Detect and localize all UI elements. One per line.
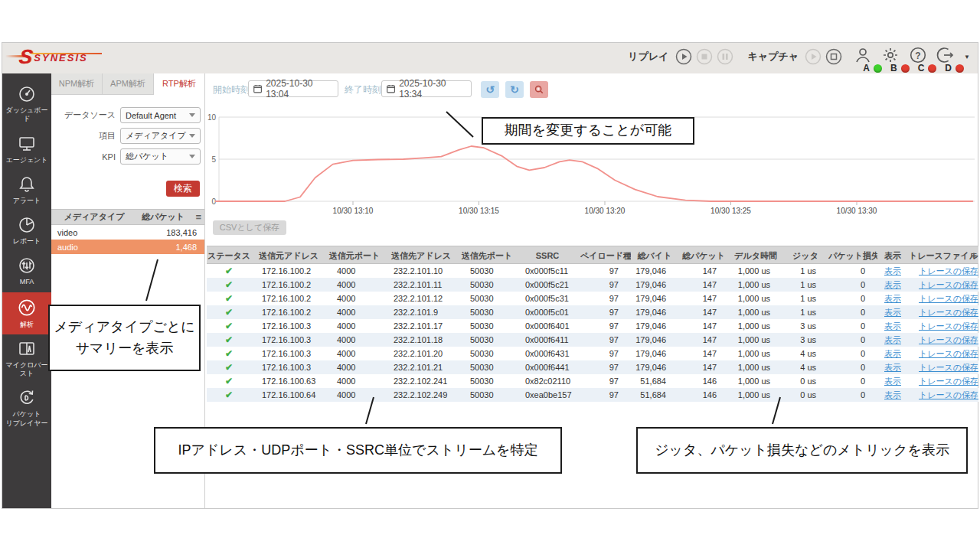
save-trace-link[interactable]: トレースの保存: [919, 363, 978, 372]
status-ok-icon: ✔: [225, 293, 233, 304]
analysis-tabs: NPM解析 APM解析 RTP解析: [51, 73, 204, 95]
sidebar-item-dashboard[interactable]: ダッシュボード: [2, 80, 51, 129]
summary-row-video[interactable]: video 183,416: [51, 225, 204, 240]
view-link[interactable]: 表示: [884, 377, 901, 386]
caret-down-icon[interactable]: ▼: [964, 54, 970, 60]
table-cell: 97: [580, 374, 631, 388]
view-link[interactable]: 表示: [884, 363, 901, 372]
table-row[interactable]: ✔172.16.100.24000232.2.101.12500300x000f…: [207, 292, 978, 305]
tab-npm[interactable]: NPM解析: [51, 73, 103, 94]
table-cell: 50030: [459, 264, 514, 278]
capture-stop-button[interactable]: [825, 48, 842, 65]
table-cell: 0xea0be157: [514, 388, 580, 402]
tab-apm[interactable]: APM解析: [103, 73, 154, 94]
svg-text:10/30 13:25: 10/30 13:25: [710, 207, 751, 215]
sidebar-item-mfa[interactable]: MFA: [2, 251, 51, 292]
capture-label: キャプチャ: [748, 50, 799, 64]
save-trace-link[interactable]: トレースの保存: [919, 266, 978, 276]
table-cell: 0: [828, 374, 877, 388]
save-trace-link[interactable]: トレースの保存: [919, 349, 978, 358]
column-header[interactable]: 総パケット: [678, 246, 729, 263]
status-ok-icon: ✔: [225, 390, 233, 400]
column-header[interactable]: SSRC: [514, 246, 580, 263]
column-header[interactable]: 送信先アドレス: [383, 246, 459, 263]
datasource-select[interactable]: Default Agent: [120, 107, 201, 123]
search-button[interactable]: 検索: [166, 181, 200, 197]
column-header[interactable]: 総バイト: [631, 246, 678, 263]
save-trace-link[interactable]: トレースの保存: [919, 308, 978, 317]
replay-pause-button[interactable]: [717, 48, 733, 65]
sidebar-item-analysis[interactable]: 解析: [2, 292, 51, 334]
callout-media-summary: メディアタイプごとに サマリーを表示: [48, 305, 201, 371]
replay-stop-button[interactable]: [696, 48, 713, 65]
table-row[interactable]: ✔172.16.100.24000232.2.101.11500300x000f…: [207, 278, 978, 292]
table-row[interactable]: ✔172.16.100.34000232.2.101.21500300x000f…: [207, 360, 978, 374]
summary-row-audio[interactable]: audio 1,468: [51, 240, 204, 254]
zoom-search-button[interactable]: [530, 81, 548, 98]
table-cell: 0x000f6431: [514, 347, 580, 360]
view-link[interactable]: 表示: [884, 266, 901, 276]
sidebar-item-agent[interactable]: エージェント: [2, 129, 51, 170]
redo-button[interactable]: ↻: [505, 81, 524, 98]
sidebar-item-packet-replayer[interactable]: パケット リプレイヤー: [2, 383, 51, 433]
save-trace-link[interactable]: トレースの保存: [919, 294, 978, 303]
column-header[interactable]: トレースファイル: [908, 246, 978, 263]
sidebar-item-alert[interactable]: アラート: [2, 170, 51, 210]
sidebar-item-microburst[interactable]: マイクロバースト: [2, 334, 51, 384]
table-row[interactable]: ✔172.16.100.34000232.2.101.18500300x000f…: [207, 333, 978, 347]
view-link[interactable]: 表示: [884, 349, 901, 358]
save-csv-button[interactable]: CSVとして保存: [213, 220, 286, 235]
view-link[interactable]: 表示: [884, 321, 901, 331]
table-cell: 0: [828, 347, 877, 360]
column-header[interactable]: 送信元アドレス: [251, 246, 326, 263]
save-trace-link[interactable]: トレースの保存: [919, 377, 978, 386]
view-link[interactable]: 表示: [884, 335, 901, 344]
table-row[interactable]: ✔172.16.100.644000232.2.102.249500300xea…: [207, 388, 978, 402]
save-trace-link[interactable]: トレースの保存: [919, 280, 978, 289]
view-link[interactable]: 表示: [884, 390, 901, 399]
svg-text:10: 10: [207, 113, 217, 122]
view-link[interactable]: 表示: [884, 280, 901, 289]
table-cell: 1,000 us: [729, 360, 782, 374]
end-time-input[interactable]: 2025-10-30 13:34: [381, 80, 472, 97]
view-link[interactable]: 表示: [884, 294, 901, 303]
table-cell: 147: [678, 264, 729, 278]
capture-play-button[interactable]: [805, 48, 822, 65]
item-select[interactable]: メディアタイプ: [120, 128, 201, 144]
save-trace-link[interactable]: トレースの保存: [919, 390, 978, 399]
start-time-input[interactable]: 2025-10-30 13:04: [248, 80, 338, 97]
kpi-select[interactable]: 総パケット: [120, 148, 201, 165]
summary-menu-icon[interactable]: ≡: [195, 211, 204, 223]
table-cell: 146: [678, 374, 729, 388]
table-row[interactable]: ✔172.16.100.24000232.2.101.10500300x000f…: [207, 264, 978, 278]
column-header[interactable]: 表示: [877, 246, 908, 263]
column-header[interactable]: ペイロード種別: [580, 246, 631, 263]
save-trace-link[interactable]: トレースの保存: [919, 321, 978, 331]
column-header[interactable]: ステータス: [207, 246, 251, 263]
column-header[interactable]: パケット損失: [828, 246, 877, 263]
status-ok-icon: ✔: [225, 362, 233, 373]
table-cell: 4000: [326, 388, 383, 402]
table-row[interactable]: ✔172.16.100.634000232.2.102.241500300x82…: [207, 374, 978, 388]
table-row[interactable]: ✔172.16.100.24000232.2.101.9500300x000f5…: [207, 305, 978, 319]
undo-button[interactable]: ↺: [481, 81, 499, 98]
table-cell: 1,000 us: [729, 333, 782, 347]
table-cell: 4 us: [782, 360, 828, 374]
tab-rtp[interactable]: RTP解析: [154, 73, 204, 95]
table-menu-icon[interactable]: ≡: [971, 246, 977, 265]
table-row[interactable]: ✔172.16.100.34000232.2.101.20500300x000f…: [207, 347, 978, 360]
column-header[interactable]: 送信元ポート: [326, 246, 383, 263]
save-trace-link[interactable]: トレースの保存: [919, 335, 978, 344]
column-header[interactable]: 送信先ポート: [459, 246, 514, 263]
column-header[interactable]: ジッタ: [782, 246, 828, 263]
channel-status-indicators: ABCD: [863, 63, 969, 73]
channel-status-dot: [928, 64, 936, 73]
view-link[interactable]: 表示: [884, 308, 901, 317]
replay-play-button[interactable]: [675, 48, 692, 65]
table-cell: 0 us: [782, 388, 828, 402]
column-header[interactable]: デルタ時間: [729, 246, 782, 263]
table-row[interactable]: ✔172.16.100.34000232.2.101.17500300x000f…: [207, 319, 978, 333]
sidebar-nav: ダッシュボード エージェント アラート レポート MFA 解析 マイクロバースト: [2, 73, 51, 508]
sidebar-item-report[interactable]: レポート: [2, 210, 51, 251]
filter-row-datasource: データソース Default Agent: [51, 107, 204, 123]
